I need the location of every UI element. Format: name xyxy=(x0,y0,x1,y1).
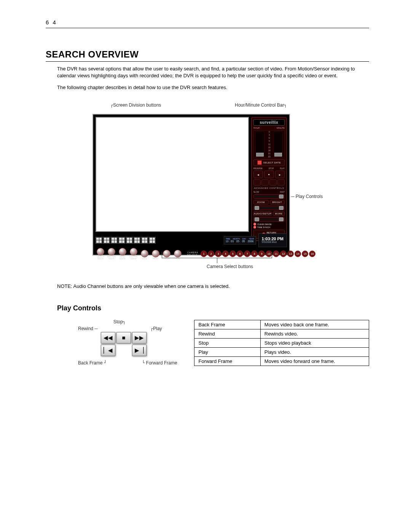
callout-play-controls: ─ Play Controls xyxy=(291,194,323,199)
rewind-button[interactable]: ◀◀ xyxy=(101,332,115,343)
hour-tick: 3 xyxy=(269,134,270,136)
table-row: RewindRewinds video. xyxy=(194,329,369,338)
lbl-play: ┌Play xyxy=(150,326,162,332)
camera-button-13[interactable]: 13 xyxy=(287,251,294,257)
tool-button[interactable]: GRAPHIC Search xyxy=(129,248,139,260)
control-desc: Rewinds video. xyxy=(260,329,369,338)
camera-button-11[interactable]: 11 xyxy=(273,251,279,257)
control-desc: Moves video back one frame. xyxy=(260,320,369,329)
hour-tick: 12 xyxy=(268,143,270,145)
play-label: PLAY xyxy=(280,167,285,169)
audio-note: NOTE: Audio Channel buttons are only vie… xyxy=(57,283,369,289)
adv-button[interactable]: ZOOM xyxy=(253,200,269,204)
screen-division-button[interactable] xyxy=(118,237,125,244)
adv-button[interactable]: AUDIO/SETUP xyxy=(253,211,272,216)
fast-label: FAST xyxy=(280,191,285,193)
play-button-big[interactable]: ▶▶ xyxy=(132,332,147,343)
hour-tick: 6 xyxy=(269,137,270,139)
hour-slider[interactable] xyxy=(255,131,264,157)
tool-icon xyxy=(119,248,126,256)
hour-tick: 0 xyxy=(269,131,270,133)
minute-slider[interactable] xyxy=(274,131,283,157)
play-controls-heading: Play Controls xyxy=(57,304,369,312)
screen-division-button[interactable] xyxy=(96,237,102,244)
control-desc: Moves video forward one frame. xyxy=(260,356,369,366)
page-number: 6 4 xyxy=(46,19,369,26)
option-check[interactable]: CLEAN IMAGE xyxy=(253,223,285,225)
play-controls-section: Stop┐ Rewind ─ ┌Play ◀◀ ■ ▶▶ ▏◀ ▶▕ Back … xyxy=(78,319,369,372)
lbl-back-frame: Back Frame ┘ xyxy=(78,360,107,366)
stop-label: STOP xyxy=(269,167,274,169)
reverse-label: REVERSE xyxy=(253,167,263,169)
lbl-forward-frame: └ Forward Frame xyxy=(142,360,177,366)
tool-button[interactable]: SAVE xyxy=(140,250,150,260)
hour-tick: 21 xyxy=(268,152,270,155)
camera-button-12[interactable]: 12 xyxy=(280,251,287,257)
screen-division-button[interactable] xyxy=(126,237,133,244)
option-check[interactable]: TIME SYNCH xyxy=(253,226,285,228)
date-value: 2008 xyxy=(248,240,254,243)
date-value: 13 : 03 xyxy=(226,240,234,243)
frame-btn-b[interactable] xyxy=(261,179,269,185)
camera-button-14[interactable]: 14 xyxy=(295,251,301,257)
screen-division-button[interactable] xyxy=(141,237,148,244)
adv-button[interactable]: BRIGHT xyxy=(270,200,285,204)
screen-division-button[interactable] xyxy=(134,237,140,244)
lbl-rewind: Rewind ─ xyxy=(78,326,98,331)
reverse-button[interactable]: ◀ xyxy=(253,171,263,178)
title-underline xyxy=(46,61,369,62)
hour-minute-control-bar[interactable]: 03691215182123 xyxy=(253,130,285,158)
frame-buttons xyxy=(253,179,285,185)
date-values: 13 : 0305052008 xyxy=(226,240,254,243)
date-value: 05 xyxy=(242,240,245,243)
dvr-screenshot: surveillix HOUR MINUTE 03691215182123 SE… xyxy=(92,114,290,256)
speed-slider[interactable] xyxy=(253,194,285,199)
frame-btn-c[interactable] xyxy=(269,179,277,185)
section-title: SEARCH OVERVIEW xyxy=(46,49,369,60)
minute-label: MINUTE xyxy=(277,127,285,129)
hour-tick: 18 xyxy=(268,149,270,152)
control-name: Rewind xyxy=(194,329,260,338)
control-desc: Stops video playback xyxy=(260,338,369,347)
manual-page: 6 4 SEARCH OVERVIEW The DVR has several … xyxy=(0,0,411,532)
dvr-figure: ┌Screen Division buttons Hour/Minute Con… xyxy=(89,102,371,270)
camera-button-16[interactable]: 16 xyxy=(309,251,315,257)
control-name: Back Frame xyxy=(194,320,260,329)
table-row: Forward FrameMoves video forward one fra… xyxy=(194,356,369,366)
adv-button[interactable]: MORE xyxy=(273,211,285,216)
hour-tick: 9 xyxy=(269,140,270,142)
side-panel: surveillix HOUR MINUTE 03691215182123 SE… xyxy=(251,117,287,241)
stop-button-big[interactable]: ■ xyxy=(116,332,131,343)
current-date-time: 1:03:20 PM 5/5/2008 Mon xyxy=(258,233,287,247)
tool-icon xyxy=(97,248,104,256)
tool-button[interactable]: INDEX Search xyxy=(118,248,127,260)
frame-btn-d[interactable] xyxy=(277,179,285,185)
top-rule xyxy=(46,28,369,28)
select-date-button[interactable]: SELECT DATE xyxy=(253,159,285,166)
stop-button[interactable]: ■ xyxy=(264,171,274,178)
frame-btn-a[interactable] xyxy=(253,179,261,185)
screen-division-button[interactable] xyxy=(111,237,118,244)
hour-tick: 23 xyxy=(268,155,270,158)
tool-button[interactable]: PREVIEW Search xyxy=(107,248,116,260)
camera-bracket xyxy=(162,252,272,258)
back-frame-button[interactable]: ▏◀ xyxy=(101,345,115,356)
play-button[interactable]: ▶ xyxy=(275,171,285,178)
screen-division-button[interactable] xyxy=(103,237,110,244)
camera-button-15[interactable]: 15 xyxy=(302,251,308,257)
bright-slider[interactable] xyxy=(253,217,285,222)
zoom-slider[interactable] xyxy=(253,206,285,210)
hour-label: HOUR xyxy=(253,127,260,129)
screen-division-buttons xyxy=(96,237,156,244)
control-name: Stop xyxy=(194,338,260,347)
screen-division-button[interactable] xyxy=(149,237,156,244)
tool-button[interactable]: PRINT xyxy=(151,250,161,260)
play-controls-diagram: Stop┐ Rewind ─ ┌Play ◀◀ ■ ▶▶ ▏◀ ▶▕ Back … xyxy=(78,319,158,372)
forward-frame-button[interactable]: ▶▕ xyxy=(132,345,147,356)
option-checks: CLEAN IMAGETIME SYNCH xyxy=(253,223,285,228)
adv-row-1: AUDIO/SETUPMORE xyxy=(253,211,285,216)
tool-button[interactable]: OBJECT Search xyxy=(96,248,105,260)
adv-row-0: ZOOMBRIGHT xyxy=(253,200,285,204)
transport-row: ◀ ■ ▶ xyxy=(253,171,285,178)
intro-paragraph-2: The following chapter describes in detai… xyxy=(57,84,369,91)
